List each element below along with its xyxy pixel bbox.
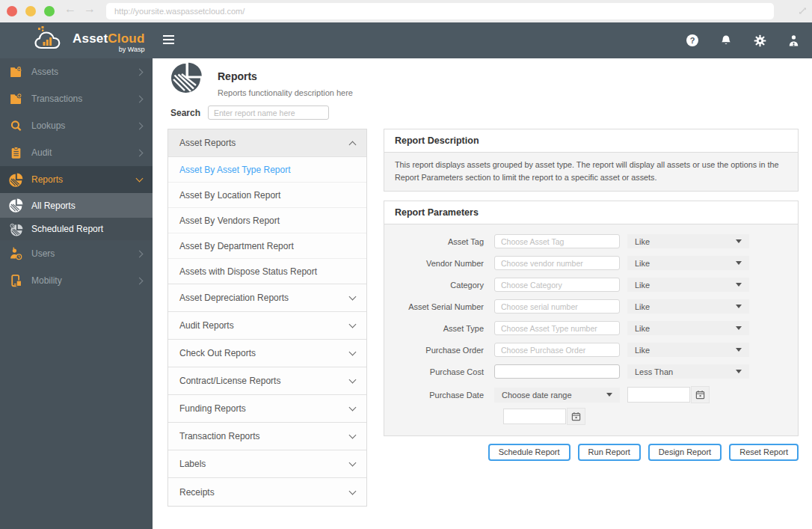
- param-row-purchase-order: Purchase Order Like: [384, 343, 798, 357]
- folder-search-icon: [9, 65, 23, 79]
- report-item[interactable]: Asset By Department Report: [168, 233, 366, 259]
- sidebar-item-transactions[interactable]: Transactions: [0, 85, 153, 112]
- account-user-icon[interactable]: [787, 34, 800, 47]
- asset-serial-number-input[interactable]: [494, 299, 620, 314]
- search-label: Search: [170, 108, 208, 118]
- sidebar-item-assets[interactable]: Assets: [0, 58, 153, 85]
- sidebar-nav: Assets Transactions Lookups Audit Report…: [0, 58, 153, 529]
- notifications-bell-icon[interactable]: [719, 34, 733, 47]
- sidebar-item-lookups[interactable]: Lookups: [0, 112, 153, 139]
- report-group-asset-reports[interactable]: Asset Reports: [168, 129, 366, 157]
- vendor-number-operator-select[interactable]: Like: [627, 256, 749, 270]
- category-operator-select[interactable]: Like: [627, 278, 749, 292]
- report-group-receipts[interactable]: Receipts: [168, 478, 366, 506]
- caret-down-icon: [736, 283, 742, 287]
- report-group-labels[interactable]: Labels: [168, 450, 366, 478]
- sidebar-item-users[interactable]: Users: [0, 240, 153, 267]
- report-group-contract-license-reports[interactable]: Contract/License Reports: [168, 367, 366, 395]
- pie-chart-clock-icon: [9, 222, 23, 236]
- reset-report-button[interactable]: Reset Report: [729, 444, 799, 461]
- report-item[interactable]: Assets with Dispose Status Report: [168, 259, 366, 284]
- cloud-logo-icon: [31, 25, 67, 55]
- category-input[interactable]: [494, 278, 620, 292]
- chevron-up-icon: [349, 141, 357, 148]
- chevron-down-icon: [349, 432, 357, 439]
- schedule-report-button[interactable]: Schedule Report: [488, 444, 570, 461]
- param-row-purchase-date-to: [503, 408, 798, 425]
- param-row-purchase-date: Purchase Date Choose date range: [384, 386, 798, 403]
- report-group-asset-depreciation[interactable]: Asset Depreciation Reports: [168, 284, 366, 312]
- app-header: AssetCloud by Wasp ?: [0, 22, 812, 58]
- sidebar-item-scheduled-report[interactable]: Scheduled Report: [0, 218, 153, 240]
- sidebar-item-label: Mobility: [31, 275, 137, 286]
- param-row-purchase-cost: Purchase Cost Less Than: [384, 364, 798, 379]
- magnifier-icon: [9, 119, 23, 133]
- hamburger-menu-icon[interactable]: [163, 35, 174, 46]
- asset-tag-operator-select[interactable]: Like: [627, 234, 749, 248]
- sidebar-item-all-reports[interactable]: All Reports: [0, 193, 153, 218]
- window-close-button[interactable]: [7, 6, 17, 16]
- report-item[interactable]: Asset By Location Report: [168, 183, 366, 208]
- sidebar-item-label: Transactions: [31, 94, 137, 104]
- purchase-order-operator-select[interactable]: Like: [627, 343, 749, 357]
- asset-type-input[interactable]: [494, 321, 620, 335]
- purchase-cost-input[interactable]: [494, 364, 620, 379]
- vendor-number-input[interactable]: [494, 256, 620, 270]
- caret-down-icon: [736, 326, 742, 330]
- sidebar-item-reports[interactable]: Reports: [0, 166, 153, 193]
- design-report-button[interactable]: Design Report: [648, 444, 722, 461]
- run-report-button[interactable]: Run Report: [578, 444, 641, 461]
- chevron-down-icon: [136, 175, 144, 183]
- settings-gear-icon[interactable]: [753, 34, 766, 47]
- date-from-input[interactable]: [627, 387, 690, 403]
- browser-back-button[interactable]: ←: [64, 2, 76, 16]
- mobile-device-icon: [9, 274, 23, 288]
- date-range-select[interactable]: Choose date range: [494, 388, 620, 403]
- sidebar-item-mobility[interactable]: Mobility: [0, 267, 153, 294]
- asset-serial-operator-select[interactable]: Like: [627, 299, 749, 314]
- caret-down-icon: [736, 261, 742, 265]
- report-item[interactable]: Asset By Vendors Report: [168, 208, 366, 233]
- url-bar[interactable]: http://yoursite.waspassetcloud.com/: [106, 3, 774, 19]
- window-zoom-button[interactable]: [44, 6, 55, 16]
- param-row-asset-serial-number: Asset Serial Number Like: [384, 299, 798, 314]
- caret-down-icon: [736, 370, 742, 373]
- purchase-order-input[interactable]: [494, 343, 620, 357]
- report-parameters-panel: Report Parameters Asset Tag Like Vendor …: [384, 201, 799, 436]
- param-row-vendor-number: Vendor Number Like: [384, 256, 798, 270]
- pie-chart-icon: [9, 173, 23, 187]
- search-row: Search: [170, 106, 812, 120]
- chevron-down-icon: [349, 487, 357, 495]
- chevron-down-icon: [349, 459, 357, 467]
- chevron-down-icon: [349, 321, 357, 328]
- sidebar-item-audit[interactable]: Audit: [0, 139, 153, 166]
- report-group-transaction-reports[interactable]: Transaction Reports: [168, 423, 366, 450]
- report-group-check-out-reports[interactable]: Check Out Reports: [168, 340, 366, 367]
- sidebar-item-label: All Reports: [31, 201, 142, 211]
- search-input[interactable]: [208, 106, 329, 120]
- date-to-input[interactable]: [503, 409, 566, 424]
- chevron-right-icon: [136, 95, 144, 103]
- purchase-cost-operator-select[interactable]: Less Than: [627, 364, 749, 379]
- asset-tag-input[interactable]: [494, 234, 620, 248]
- calendar-icon-to[interactable]: [567, 408, 585, 425]
- sidebar-item-label: Assets: [31, 67, 137, 77]
- asset-type-operator-select[interactable]: Like: [627, 321, 749, 335]
- brand-tagline: by Wasp: [73, 46, 144, 53]
- page-title: Reports: [218, 70, 353, 82]
- report-description-panel: Report Description This report displays …: [384, 129, 799, 192]
- report-item[interactable]: Asset By Asset Type Report: [168, 157, 366, 183]
- window-minimize-button[interactable]: [25, 6, 36, 16]
- help-icon[interactable]: ?: [686, 34, 699, 47]
- chevron-down-icon: [349, 349, 357, 356]
- report-description-title: Report Description: [384, 129, 798, 152]
- param-row-asset-tag: Asset Tag Like: [384, 234, 798, 248]
- browser-forward-button[interactable]: →: [84, 2, 96, 16]
- chevron-right-icon: [136, 68, 144, 76]
- chevron-down-icon: [349, 404, 357, 412]
- report-group-funding-reports[interactable]: Funding Reports: [168, 395, 366, 423]
- calendar-icon-from[interactable]: [691, 386, 710, 403]
- chevron-right-icon: [136, 277, 144, 284]
- expand-window-icon[interactable]: [798, 5, 808, 19]
- report-group-audit-reports[interactable]: Audit Reports: [168, 312, 366, 340]
